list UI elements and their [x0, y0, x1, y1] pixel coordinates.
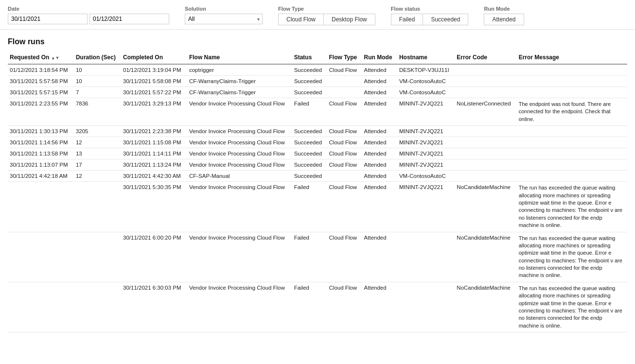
cell-error-message: The endpoint was not found. There are co…	[517, 98, 627, 126]
flow-type-filter-label: Flow Type	[278, 6, 375, 12]
cell-flow-name: Vendor Invoice Processing Cloud Flow	[187, 159, 292, 171]
sort-icon-requested-on: ▲▼	[51, 55, 60, 60]
cell-status: Succeeded	[292, 137, 327, 148]
cell-run-mode: Attended	[362, 148, 397, 159]
cell-duration	[74, 182, 121, 232]
flow-status-failed-btn[interactable]: Failed	[391, 14, 423, 25]
cell-error-message: The run has exceeded the queue waiting a…	[517, 232, 627, 282]
table-row[interactable]: 30/11/2021 6:00:20 PMVendor Invoice Proc…	[8, 232, 627, 282]
cell-error-code	[455, 148, 516, 159]
cell-flow-type	[327, 87, 362, 98]
cell-error-code	[455, 126, 516, 137]
flow-status-succeeded-btn[interactable]: Succeeded	[423, 14, 468, 25]
cell-error-message: The run has exceeded the queue waiting a…	[517, 182, 627, 232]
cell-run-mode: Attended	[362, 98, 397, 126]
cell-run-mode: Attended	[362, 171, 397, 182]
cell-flow-name: CF-SAP-Manual	[187, 171, 292, 182]
col-completed-on: Completed On	[121, 52, 187, 64]
cell-status: Succeeded	[292, 87, 327, 98]
cell-completed-on: 30/11/2021 1:13:24 PM	[121, 159, 187, 171]
cell-status: Succeeded	[292, 76, 327, 87]
col-error-message: Error Message	[517, 52, 627, 64]
solution-select[interactable]: All	[185, 14, 263, 24]
table-row[interactable]: 30/11/2021 1:14:56 PM1230/11/2021 1:15:0…	[8, 137, 627, 148]
flow-status-btn-group: Failed Succeeded	[391, 14, 469, 25]
table-row[interactable]: 30/11/2021 1:13:07 PM1730/11/2021 1:13:2…	[8, 159, 627, 171]
cell-completed-on: 30/11/2021 4:42:30 AM	[121, 171, 187, 182]
run-mode-attended-btn[interactable]: Attended	[484, 14, 524, 25]
table-row[interactable]: 30/11/2021 5:57:58 PM1030/11/2021 5:58:0…	[8, 76, 627, 87]
cell-completed-on: 30/11/2021 1:14:11 PM	[121, 148, 187, 159]
flow-status-filter-group: Flow status Failed Succeeded	[391, 6, 469, 25]
table-row[interactable]: 30/11/2021 5:30:35 PMVendor Invoice Proc…	[8, 182, 627, 232]
cell-requested-on	[8, 282, 74, 332]
cell-duration: 10	[74, 64, 121, 76]
cell-status: Succeeded	[292, 64, 327, 76]
flow-status-filter-label: Flow status	[391, 6, 469, 12]
cell-completed-on: 30/11/2021 6:00:20 PM	[121, 232, 187, 282]
cell-hostname: VM-ContosoAutoC	[397, 76, 455, 87]
cell-duration: 13	[74, 148, 121, 159]
cell-completed-on: 01/12/2021 3:19:04 PM	[121, 64, 187, 76]
table-row[interactable]: 30/11/2021 1:13:58 PM1330/11/2021 1:14:1…	[8, 148, 627, 159]
cell-requested-on	[8, 182, 74, 232]
date-from-input[interactable]	[8, 14, 88, 24]
table-row[interactable]: 30/11/2021 2:23:55 PM783630/11/2021 3:29…	[8, 98, 627, 126]
cell-flow-type: Cloud Flow	[327, 64, 362, 76]
cell-error-message	[517, 171, 627, 182]
cell-error-code	[455, 171, 516, 182]
cell-flow-name: coptrigger	[187, 64, 292, 76]
cell-requested-on: 30/11/2021 1:14:56 PM	[8, 137, 74, 148]
cell-requested-on: 30/11/2021 4:42:18 AM	[8, 171, 74, 182]
cell-run-mode: Attended	[362, 159, 397, 171]
cell-status: Succeeded	[292, 159, 327, 171]
cell-completed-on: 30/11/2021 2:23:38 PM	[121, 126, 187, 137]
cell-error-code: NoCandidateMachine	[455, 232, 516, 282]
cell-run-mode: Attended	[362, 76, 397, 87]
cell-flow-type: Cloud Flow	[327, 148, 362, 159]
col-flow-name: Flow Name	[187, 52, 292, 64]
cell-run-mode: Attended	[362, 282, 397, 332]
cell-error-code	[455, 76, 516, 87]
cell-error-message	[517, 137, 627, 148]
table-row[interactable]: 30/11/2021 5:57:15 PM730/11/2021 5:57:22…	[8, 87, 627, 98]
col-requested-on[interactable]: Requested On ▲▼	[8, 52, 74, 64]
cell-duration: 10	[74, 76, 121, 87]
cell-requested-on	[8, 232, 74, 282]
table-scroll-container[interactable]: Requested On ▲▼ Duration (Sec) Completed…	[8, 52, 627, 332]
cell-hostname	[397, 282, 455, 332]
flow-type-cloud-btn[interactable]: Cloud Flow	[278, 14, 323, 25]
cell-flow-name: CF-WarranyClaims-Trigger	[187, 87, 292, 98]
cell-completed-on: 30/11/2021 5:58:08 PM	[121, 76, 187, 87]
table-row[interactable]: 01/12/2021 3:18:54 PM1001/12/2021 3:19:0…	[8, 64, 627, 76]
cell-flow-name: Vendor Invoice Processing Cloud Flow	[187, 98, 292, 126]
cell-run-mode: Attended	[362, 87, 397, 98]
cell-duration: 17	[74, 159, 121, 171]
table-row[interactable]: 30/11/2021 6:30:03 PMVendor Invoice Proc…	[8, 282, 627, 332]
solution-select-wrapper[interactable]: All	[185, 14, 263, 24]
cell-error-code	[455, 64, 516, 76]
col-flow-type: Flow Type	[327, 52, 362, 64]
cell-flow-name: Vendor Invoice Processing Cloud Flow	[187, 282, 292, 332]
cell-duration: 12	[74, 171, 121, 182]
filter-bar: Date Solution All Flow Type Cloud Flow D…	[0, 0, 635, 30]
cell-duration	[74, 232, 121, 282]
cell-flow-type: Cloud Flow	[327, 126, 362, 137]
cell-error-code	[455, 87, 516, 98]
cell-duration: 7836	[74, 98, 121, 126]
cell-requested-on: 30/11/2021 1:13:58 PM	[8, 148, 74, 159]
cell-error-message: The run has exceeded the queue waiting a…	[517, 282, 627, 332]
table-row[interactable]: 30/11/2021 4:42:18 AM1230/11/2021 4:42:3…	[8, 171, 627, 182]
cell-hostname: MININT-2VJQ221	[397, 159, 455, 171]
flow-runs-table: Requested On ▲▼ Duration (Sec) Completed…	[8, 52, 627, 332]
cell-hostname: VM-ContosoAutoC	[397, 87, 455, 98]
col-status: Status	[292, 52, 327, 64]
col-error-code: Error Code	[455, 52, 516, 64]
flow-type-desktop-btn[interactable]: Desktop Flow	[323, 14, 375, 25]
date-to-input[interactable]	[89, 14, 169, 24]
cell-error-code: NoCandidateMachine	[455, 282, 516, 332]
cell-hostname	[397, 232, 455, 282]
flow-type-btn-group: Cloud Flow Desktop Flow	[278, 14, 375, 25]
cell-status: Succeeded	[292, 148, 327, 159]
table-row[interactable]: 30/11/2021 1:30:13 PM320530/11/2021 2:23…	[8, 126, 627, 137]
